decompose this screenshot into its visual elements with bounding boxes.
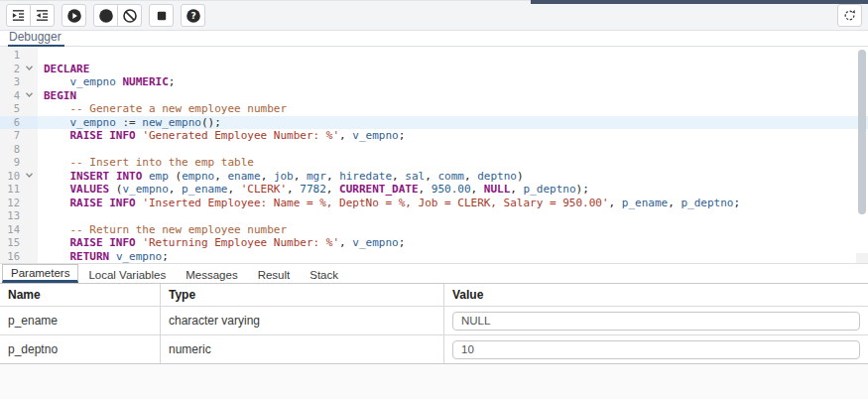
token-var: comm [437, 170, 464, 183]
token-kw: INFO [109, 197, 136, 209]
token-kw: CURRENT_DATE [339, 183, 418, 196]
token-kw: INFO [109, 236, 136, 249]
line-number[interactable]: 8 [0, 143, 22, 157]
token-plain: ; [162, 250, 169, 263]
token-kw: NUMERIC [122, 75, 168, 88]
line-number[interactable]: 3 [0, 75, 22, 89]
column-header-name: Name [0, 284, 161, 306]
toolbar-right-group [837, 4, 862, 27]
token-str: 'Returning Employee Number: %' [142, 236, 339, 249]
param-value-input[interactable] [452, 340, 860, 359]
tab-local-variables[interactable]: Local Variables [78, 266, 176, 283]
line-number[interactable]: 6 [0, 116, 22, 130]
gutter-cell: 6 [0, 116, 38, 130]
clear-breakpoints-button[interactable] [117, 4, 142, 27]
column-header-type: Type [161, 284, 444, 306]
toggle-breakpoint-button[interactable] [93, 4, 118, 27]
param-value-input[interactable] [452, 312, 860, 331]
line-number[interactable]: 14 [0, 223, 22, 237]
code-text: RAISE INFO 'Inserted Employee: Name = %,… [38, 197, 740, 210]
token-plain: , [419, 183, 432, 196]
token-plain: , [471, 183, 484, 196]
tab-parameters[interactable]: Parameters [2, 264, 78, 283]
fold-spacer [22, 75, 36, 89]
vertical-scrollbar-thumb[interactable] [858, 50, 866, 214]
token-plain: , [261, 170, 274, 183]
line-number[interactable]: 4 [0, 89, 22, 103]
code-editor[interactable]: 12DECLARE3 v_empno NUMERIC;4BEGIN5 -- Ge… [0, 47, 868, 264]
token-plain [44, 116, 70, 129]
footer-space [0, 364, 868, 399]
tab-debugger[interactable]: Debugger [8, 31, 64, 48]
line-number[interactable]: 12 [0, 197, 22, 210]
line-number[interactable]: 7 [0, 129, 22, 143]
code-line: 1 [0, 49, 868, 63]
token-plain: ( [109, 183, 122, 196]
fold-spacer [22, 236, 36, 250]
token-plain: , [668, 197, 681, 209]
token-num: 7782 [300, 183, 326, 196]
fold-toggle[interactable] [22, 89, 36, 103]
token-str: 'Generated Employee Number: %' [142, 129, 339, 142]
token-var: v_empno [70, 75, 116, 88]
debugger-panel: ? Debugger 12DECLARE3 v_empno NUMERIC;4B… [0, 0, 868, 399]
refresh-button[interactable] [837, 4, 862, 27]
chevron-down-icon [25, 63, 34, 76]
line-number[interactable]: 2 [0, 63, 22, 76]
line-number[interactable]: 15 [0, 236, 22, 250]
stop-button[interactable] [149, 4, 174, 27]
line-number[interactable]: 1 [0, 49, 22, 63]
token-kw: DECLARE [44, 63, 89, 75]
gutter-cell: 15 [0, 236, 38, 250]
token-plain [44, 250, 70, 263]
help-button[interactable]: ? [181, 4, 205, 27]
line-number[interactable]: 13 [0, 209, 22, 223]
token-plain: , [227, 183, 240, 196]
line-number[interactable]: 16 [0, 250, 22, 264]
code-text: -- Generate a new employee number [38, 102, 287, 116]
refresh-icon [842, 8, 857, 23]
tab-stack[interactable]: Stack [300, 266, 348, 283]
token-var: v_empno [352, 236, 398, 249]
code-text [38, 209, 44, 223]
token-plain [44, 75, 70, 88]
chevron-down-icon [25, 89, 34, 103]
result-tab-bar: ParametersLocal VariablesMessagesResultS… [0, 264, 868, 283]
token-plain: , [510, 183, 523, 196]
token-plain: , [287, 183, 300, 196]
token-com: -- Return the new employee number [70, 223, 288, 236]
gutter-cell: 11 [0, 183, 38, 197]
line-number[interactable]: 10 [0, 170, 22, 184]
gutter-cell: 13 [0, 209, 38, 223]
token-plain: , [326, 183, 339, 196]
token-var: ename [228, 170, 261, 183]
code-line: 4BEGIN [0, 89, 868, 103]
token-plain [44, 236, 70, 249]
fold-spacer [22, 156, 36, 170]
code-line: 9 -- Insert into the emp table [0, 156, 868, 170]
token-plain [109, 170, 116, 183]
token-kw: VALUES [70, 183, 110, 196]
token-kw: RAISE [70, 129, 103, 142]
code-text [38, 143, 44, 157]
continue-button[interactable] [62, 4, 86, 27]
line-number[interactable]: 9 [0, 156, 22, 170]
gutter-cell: 8 [0, 143, 38, 157]
line-number[interactable]: 11 [0, 183, 22, 197]
line-number[interactable]: 5 [0, 102, 22, 116]
fold-toggle[interactable] [22, 170, 36, 184]
fold-toggle[interactable] [22, 63, 36, 76]
fold-spacer [22, 223, 36, 237]
tab-messages[interactable]: Messages [176, 266, 247, 283]
step-over-button[interactable] [30, 4, 55, 27]
gutter-cell: 7 [0, 129, 38, 143]
code-text: RAISE INFO 'Generated Employee Number: %… [38, 129, 405, 143]
tab-result[interactable]: Result [248, 266, 301, 283]
step-into-button[interactable] [6, 4, 31, 27]
token-var: new_empno [142, 116, 201, 129]
toolbar-button-group [6, 4, 55, 27]
gutter-cell: 3 [0, 75, 38, 89]
token-var: empno [182, 170, 214, 183]
stop-square-icon [154, 8, 170, 24]
token-plain [44, 129, 70, 142]
